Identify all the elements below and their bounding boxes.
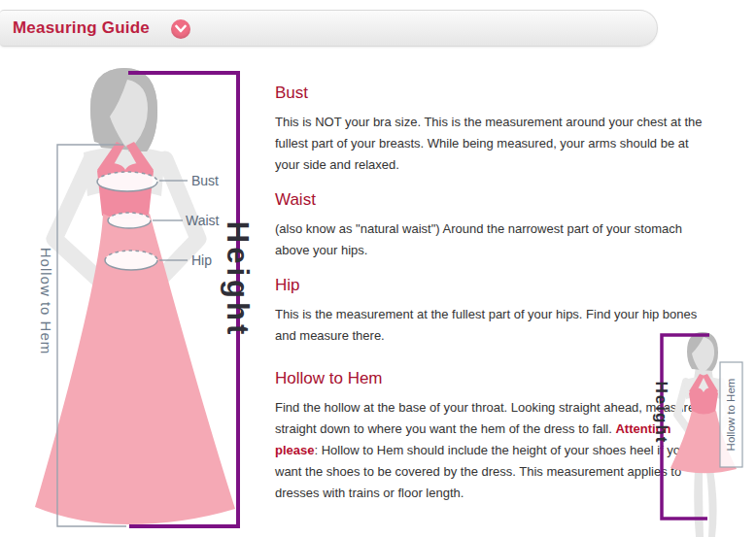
section-waist-body: (also know as "natural waist") Around th… xyxy=(275,218,709,261)
bust-callout-label: Bust xyxy=(191,173,219,188)
chevron-down-icon[interactable] xyxy=(171,19,190,39)
height-label: Height xyxy=(221,221,255,338)
section-bust: Bust This is NOT your bra size. This is … xyxy=(275,84,709,176)
waist-callout-label: Waist xyxy=(186,213,220,228)
section-waist-title: Waist xyxy=(275,190,709,210)
hollow-to-hem-label: Hollow to Hem xyxy=(38,248,54,355)
main-measurement-diagram: Bust Waist Hip Hollow to Hem Height xyxy=(19,58,262,537)
small-hollow-to-hem-label: Hollow to Hem xyxy=(725,379,737,452)
section-hip-title: Hip xyxy=(275,276,709,295)
small-height-label: Height xyxy=(652,382,670,445)
section-bust-title: Bust xyxy=(275,84,709,103)
measuring-guide-panel: Measuring Guide xyxy=(0,0,756,537)
hip-callout-label: Hip xyxy=(191,252,212,268)
measuring-guide-header[interactable]: Measuring Guide xyxy=(0,10,658,47)
section-waist: Waist (also know as "natural waist") Aro… xyxy=(275,190,709,261)
measuring-guide-title: Measuring Guide xyxy=(13,11,150,46)
section-bust-body: This is NOT your bra size. This is the m… xyxy=(275,112,709,176)
small-figure-left-leg xyxy=(694,469,704,537)
small-measurement-diagram: Hollow to Hem Height xyxy=(641,325,756,537)
small-figure-right-leg xyxy=(706,469,717,537)
